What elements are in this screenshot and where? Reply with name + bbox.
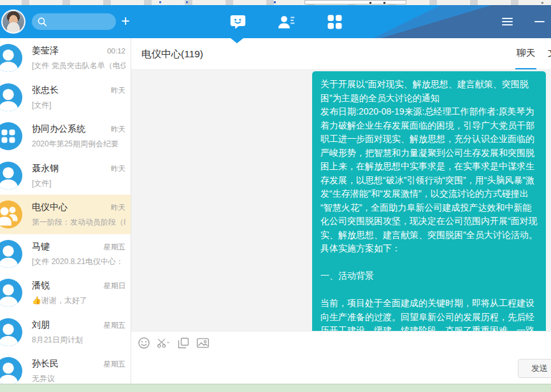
emoji-icon[interactable] xyxy=(137,336,150,349)
person-avatar-icon xyxy=(0,279,22,307)
nav-chat-icon[interactable] xyxy=(229,13,247,31)
avatar xyxy=(0,357,22,384)
chat-panel: 电仪中心(119) 聊天文件 关于开展以“面对现实、解放思想、建言献策、突围脱困… xyxy=(131,38,551,384)
conversation-item[interactable]: 马键星期五[文件 2020.8.21电仪中心： xyxy=(0,234,131,274)
chat-title: 电仪中心(119) xyxy=(141,38,203,70)
image-icon[interactable] xyxy=(196,336,210,349)
avatar xyxy=(0,83,22,111)
background-icon-dots xyxy=(159,1,161,3)
person-avatar-icon xyxy=(0,318,22,346)
message-preview: 8月21日周计划 xyxy=(32,335,125,346)
contact-name: 孙长民 xyxy=(32,358,59,370)
conversation-item[interactable]: 姜莹泽00:12[文件 党员突击队名单（电仪 xyxy=(0,38,131,78)
person-avatar-icon xyxy=(0,357,22,384)
contact-name: 协同办公系统 xyxy=(32,123,85,135)
timestamp: 星期五 xyxy=(104,242,126,252)
background-app-strip xyxy=(0,0,551,5)
timestamp: 昨天 xyxy=(111,203,125,213)
conversation-item[interactable]: 电仪中心昨天第一阶段：发动动员阶段（8 xyxy=(0,195,131,234)
composer: 发送 xyxy=(131,331,551,384)
app-grid-icon xyxy=(327,14,343,30)
avatar xyxy=(0,162,22,190)
message-bubble: 关于开展以“面对现实、解放思想、建言献策、突围脱困”为主题的全员大讨论的通知 发… xyxy=(312,71,546,331)
user-avatar[interactable] xyxy=(1,10,25,34)
message-preview: [文件] xyxy=(32,178,125,189)
titlebar: + xyxy=(0,5,551,38)
avatar xyxy=(0,122,22,150)
timestamp: 昨天 xyxy=(111,125,125,134)
chat-bubble-icon xyxy=(229,13,247,31)
timestamp: 昨天 xyxy=(111,164,125,174)
copy-icon[interactable] xyxy=(176,336,190,349)
conversation-list: 姜莹泽00:12[文件 党员突击队名单（电仪张忠长昨天[文件]协同办公系统昨天2… xyxy=(0,38,131,384)
tab-chat[interactable]: 聊天 xyxy=(515,38,536,70)
active-nav-notch xyxy=(231,38,243,43)
contact-name: 张忠长 xyxy=(32,85,59,96)
grid-avatar-icon xyxy=(0,122,22,150)
conversation-item[interactable]: 刘朋星期五8月21日周计划 xyxy=(0,312,131,352)
timestamp: 星期日 xyxy=(104,281,126,291)
person-avatar-icon xyxy=(0,83,22,111)
contact-name: 刘朋 xyxy=(32,319,50,331)
timestamp: 00:12 xyxy=(107,47,125,55)
background-input-box xyxy=(304,0,406,4)
contact-name: 潘锐 xyxy=(32,280,50,291)
send-button[interactable]: 发送 xyxy=(518,359,551,378)
message-preview: 无异议 xyxy=(32,374,125,384)
avatar xyxy=(0,200,22,228)
timestamp: 昨天 xyxy=(111,86,125,95)
person-avatar-icon xyxy=(0,240,22,268)
conversation-item[interactable]: 聂永钢昨天[文件] xyxy=(0,156,131,195)
contact-name: 电仪中心 xyxy=(32,202,68,213)
message-preview: [文件] xyxy=(32,100,125,111)
conversation-item[interactable]: 潘锐星期日👍谢谢，太好了 xyxy=(0,273,131,312)
contact-name: 马键 xyxy=(32,241,50,253)
chat-header: 电仪中心(119) 聊天文件 xyxy=(131,38,551,70)
group-avatar-icon xyxy=(0,200,22,228)
nav-contacts-icon[interactable] xyxy=(277,13,295,31)
avatar xyxy=(0,279,22,307)
conversation-item[interactable]: 协同办公系统昨天2020年第25期周例会纪要 xyxy=(0,116,131,156)
nav-apps-icon[interactable] xyxy=(326,13,343,31)
message-input[interactable] xyxy=(137,353,500,380)
desktop-strip xyxy=(0,384,551,392)
menu-icon[interactable] xyxy=(502,18,513,25)
contact-name: 姜莹泽 xyxy=(32,45,59,57)
message-preview: [文件 2020.8.21电仪中心： xyxy=(32,256,125,267)
avatar xyxy=(0,44,22,72)
screenshot-scissors-icon[interactable] xyxy=(157,336,170,349)
avatar xyxy=(0,318,22,346)
minimize-icon[interactable] xyxy=(534,21,545,22)
timestamp: 星期五 xyxy=(104,360,126,369)
contact-name: 聂永钢 xyxy=(32,163,59,174)
search-icon xyxy=(37,17,48,27)
add-button[interactable]: + xyxy=(118,12,132,31)
tab-files[interactable]: 文件 xyxy=(547,38,551,70)
search-input[interactable] xyxy=(32,13,116,30)
app-window: + xyxy=(0,0,551,392)
message-preview: [文件 党员突击队名单（电仪 xyxy=(32,60,125,71)
timestamp: 星期五 xyxy=(104,321,126,330)
contacts-icon xyxy=(278,14,295,30)
message-preview: 2020年第25期周例会纪要 xyxy=(32,139,125,150)
avatar xyxy=(0,240,22,268)
chat-tabs: 聊天文件 xyxy=(515,38,551,70)
background-toolbar-icons xyxy=(0,0,551,5)
message-area[interactable]: 关于开展以“面对现实、解放思想、建言献策、突围脱困”为主题的全员大讨论的通知 发… xyxy=(131,70,551,331)
conversation-item[interactable]: 张忠长昨天[文件] xyxy=(0,78,131,117)
conversation-item[interactable]: 孙长民星期五无异议 xyxy=(0,351,131,384)
message-preview: 👍谢谢，太好了 xyxy=(32,295,125,306)
person-avatar-icon xyxy=(0,162,22,190)
message-preview: 第一阶段：发动动员阶段（8 xyxy=(32,217,125,228)
person-avatar-icon xyxy=(0,44,22,72)
